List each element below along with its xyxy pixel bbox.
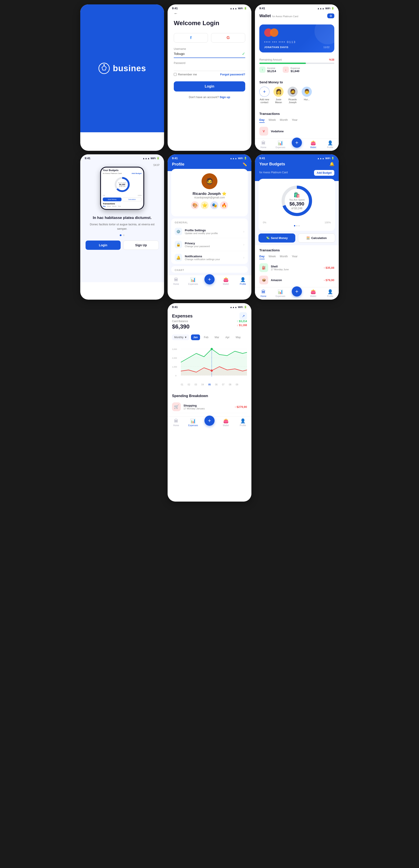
forgot-password-link[interactable]: Forgot password? <box>220 73 245 76</box>
profile-edit-button[interactable]: ✏️ <box>243 162 247 166</box>
status-icons-wallet: ▲▲▲ WiFi 🔋 <box>317 7 334 10</box>
nav-profile[interactable]: 👤 Profile <box>324 140 336 149</box>
nav-plus-button-expenses[interactable]: + <box>204 415 215 426</box>
status-bar-profile: 9:41 ▲▲▲ WiFi 🔋 <box>172 157 247 162</box>
remaining-label: Remaining Amount <box>259 58 281 61</box>
budget-dot-3 <box>298 225 300 226</box>
tab-day[interactable]: Day <box>259 118 265 123</box>
expenses-content: 9:41 ▲▲▲ WiFi 🔋 Expenses ↗ Card Balance … <box>168 303 251 502</box>
budget-calculation-btn[interactable]: 🧮 Calculation <box>298 234 335 243</box>
send-money-btn[interactable]: Send Money <box>103 197 121 201</box>
transaction-amazon: 📦 Amazon - $79,90 <box>259 274 334 286</box>
remember-checkbox[interactable] <box>174 73 177 76</box>
tab-week[interactable]: Week <box>269 118 276 123</box>
month-tab-mar[interactable]: Mar <box>212 335 221 340</box>
tab-year[interactable]: Year <box>292 118 298 123</box>
amazon-logo: 📦 <box>259 276 268 284</box>
budget-tab-month[interactable]: Month <box>280 255 288 259</box>
nav-wallet-profile[interactable]: 👛 Wallet <box>220 277 232 285</box>
nav-expenses-budgets[interactable]: 📊 Expenses <box>275 289 286 298</box>
add-budget-button[interactable]: Add Budget <box>314 170 334 176</box>
google-button[interactable]: G <box>211 33 245 42</box>
card-number: •••• ••• •••• 0113 <box>264 40 329 44</box>
nav-profile-budgets[interactable]: 👤 Profile <box>324 289 336 298</box>
budget-send-money-btn[interactable]: 💸 Send Money <box>259 234 295 243</box>
nav-plus-button-profile[interactable]: + <box>204 274 215 284</box>
budget-tab-week[interactable]: Week <box>269 255 276 259</box>
expense-info: Expense $1,640 <box>291 67 300 73</box>
home-icon: 🏛 <box>261 141 266 146</box>
nav-profile-expenses[interactable]: 👤 Profile <box>237 418 248 427</box>
expenses-header: Expenses ↗ Card Balance $6,390 ↑ $3,214 <box>168 310 251 335</box>
nav-expenses[interactable]: 📊 Expenses <box>275 140 286 149</box>
month-tab-feb[interactable]: Feb <box>202 335 211 340</box>
settings-notif-text: Notifications Change notification settin… <box>185 255 241 260</box>
monthly-filter-button[interactable]: Monthly ▼ <box>172 335 189 340</box>
settings-item-privacy[interactable]: 🔒 Privacy Change your password › <box>171 238 248 251</box>
password-input[interactable] <box>174 65 245 69</box>
nav-expenses-active[interactable]: 📊 Expenses <box>187 418 199 427</box>
card-settings-icon: ⚙ <box>329 14 332 18</box>
onboard-tab-week[interactable]: Week <box>107 206 111 207</box>
onboard-login-btn[interactable]: Login <box>86 241 121 250</box>
profile-avatar: 🧔 <box>202 173 217 189</box>
onboard-add-budget[interactable]: Add Budget <box>132 173 142 175</box>
nav-plus-button-budgets[interactable]: + <box>292 286 302 297</box>
nav-home-expenses[interactable]: 🏛 Home <box>171 418 182 427</box>
nav-wallet-expenses[interactable]: 👛 Wallet <box>220 418 232 427</box>
username-input[interactable] <box>174 52 242 56</box>
budget-tab-day[interactable]: Day <box>259 255 265 259</box>
skip-button[interactable]: SKIP <box>80 161 164 167</box>
login-button[interactable]: Login <box>174 81 245 92</box>
wifi-icon-budgets: WiFi <box>325 157 330 160</box>
password-field: Password <box>174 62 245 71</box>
month-tab-jan[interactable]: Jan <box>191 335 200 340</box>
contact-hur[interactable]: 👨 Hur... <box>302 87 312 104</box>
chart-area: 3,000 2,000 1,000 0 <box>168 342 251 391</box>
budget-tab-year[interactable]: Year <box>292 255 298 259</box>
back-button[interactable]: ← <box>174 11 245 16</box>
wallet-card-icon[interactable]: ⚙ <box>327 13 334 18</box>
add-contact-item[interactable]: + Add newcontact <box>259 87 269 104</box>
spending-item-shopping: 🛒 Shopping 17 Monday January - $279,90 <box>172 401 247 413</box>
onboard-tab-year[interactable]: Year <box>118 206 121 207</box>
nav-home-budgets[interactable]: 🏛 Home <box>258 289 269 298</box>
contact-ricardo[interactable]: 🧔 RicardoJoseph <box>288 87 298 104</box>
pct-0: 0% <box>103 195 105 196</box>
tab-month[interactable]: Month <box>280 118 288 123</box>
nav-home-profile[interactable]: 🏛 Home <box>171 277 182 285</box>
nav-profile-active[interactable]: 👤 Profile <box>237 277 248 285</box>
settings-item-notifications[interactable]: 🔔 Notifications Change notification sett… <box>171 251 248 264</box>
nav-wallet-budgets[interactable]: 👛 Wallet <box>307 289 319 298</box>
bell-icon[interactable]: 🔔 <box>329 162 334 166</box>
facebook-button[interactable]: f <box>174 33 208 42</box>
month-tab-may[interactable]: May <box>234 335 243 340</box>
remember-row: Remember me Forgot password? <box>174 73 245 76</box>
nav-expenses-profile[interactable]: 📊 Expenses <box>187 277 199 285</box>
onboard-tab-month[interactable]: Month <box>112 206 116 207</box>
battery-icon-expenses: 🔋 <box>244 306 247 308</box>
nav-plus-button[interactable]: + <box>292 137 302 148</box>
profile-name: Ricardo Joseph ⭐ <box>192 191 226 196</box>
onboard-tab-day[interactable]: Day <box>103 206 106 207</box>
budgets-header-row: Your Budgets 🔔 <box>259 162 334 166</box>
card-stat-expense: ↓ $1,168 <box>237 324 247 327</box>
splash-screen: busines <box>80 4 164 151</box>
nav-expenses-label-active: Expenses <box>188 424 198 427</box>
budgets-header: 9:41 ▲▲▲ WiFi 🔋 Your Budgets 🔔 for Axess… <box>255 154 339 181</box>
nav-home-label-expenses: Home <box>173 424 179 427</box>
onboarding-screen: 9:41 ▲▲▲ WiFi 🔋 SKIP Your Budgets for Ax… <box>80 154 164 300</box>
onboard-signup-btn[interactable]: Sign Up <box>123 241 159 250</box>
nav-wallet[interactable]: 👛 Wallet <box>307 140 319 149</box>
settings-item-profile[interactable]: ⚙️ Profile Settings Update and modify yo… <box>171 225 248 238</box>
signup-link[interactable]: Sign up <box>220 95 230 99</box>
card-balance-value: $6,390 <box>172 323 190 330</box>
expenses-export-button[interactable]: ↗ <box>239 312 247 320</box>
contact-josie[interactable]: 👩 JosieMaran <box>273 87 283 104</box>
nav-home-label-profile: Home <box>173 283 179 285</box>
credit-card[interactable]: •••• ••• •••• 0113 JONATHAN DAVIS 11/22 <box>259 25 334 53</box>
nav-home[interactable]: 🏛 Home <box>258 141 269 149</box>
calculation-btn[interactable]: Calculation <box>122 197 142 201</box>
month-tab-apr[interactable]: Apr <box>223 335 232 340</box>
status-bar-expenses: 9:41 ▲▲▲ WiFi 🔋 <box>168 303 251 310</box>
